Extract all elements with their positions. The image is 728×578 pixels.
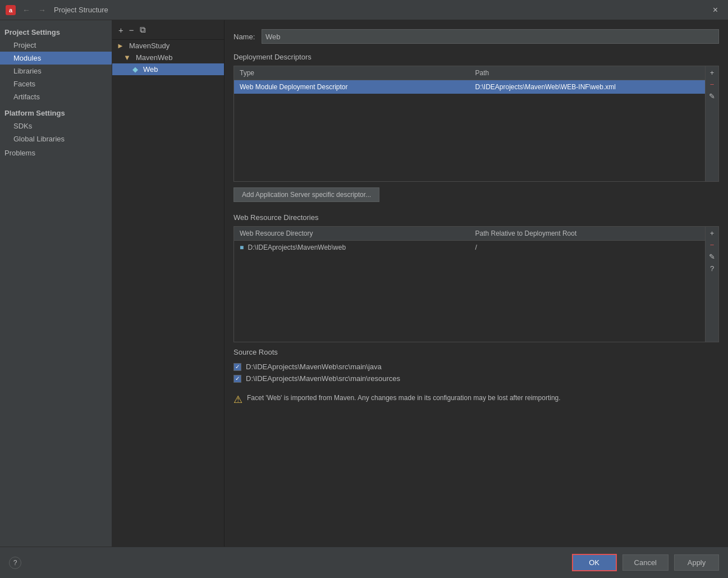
main-content: Project Settings Project Modules Librari… [0, 20, 728, 547]
folder-icon: ▼ [123, 53, 131, 62]
wr-col-path: Path Relative to Deployment Root [470, 227, 706, 240]
name-input[interactable] [262, 29, 719, 44]
ok-button[interactable]: OK [572, 554, 617, 571]
sidebar-item-problems[interactable]: Problems [0, 145, 112, 159]
bottom-bar: ? OK Cancel Apply [0, 547, 728, 578]
tree-item-web[interactable]: ◆ Web [112, 63, 224, 75]
tree-toolbar: + − ⧉ [112, 20, 224, 40]
warning-row: ⚠ Facet 'Web' is imported from Maven. An… [233, 391, 719, 408]
source-roots-section: Source Roots ✓ D:\IDEAprojects\MavenWeb\… [233, 348, 719, 384]
tree-add-button[interactable]: + [117, 24, 125, 36]
tree-remove-button[interactable]: − [127, 24, 136, 36]
tree-panel: + − ⧉ ► MavenStudy ▼ MavenWeb ◆ Web [112, 20, 225, 547]
wr-side-toolbar: + − ✎ ? [705, 227, 718, 342]
add-descriptor-button[interactable]: Add Application Server specific descript… [233, 187, 379, 202]
source-root-path-1: D:\IDEAprojects\MavenWeb\src\main\java [246, 363, 382, 371]
wr-edit-button[interactable]: ✎ [707, 251, 717, 262]
dd-col-path: Path [470, 66, 706, 80]
checkbox-1[interactable]: ✓ [233, 363, 241, 371]
wr-add-button[interactable]: + [708, 228, 716, 238]
sidebar-item-global-libraries[interactable]: Global Libraries [0, 132, 112, 145]
wr-col-dir: Web Resource Directory [234, 227, 470, 240]
content-area: Name: Deployment Descriptors Type Path W… [225, 20, 728, 547]
cancel-button[interactable]: Cancel [622, 554, 669, 571]
sidebar-item-facets[interactable]: Facets [0, 77, 112, 90]
dd-col-type: Type [234, 66, 470, 80]
wr-remove-button[interactable]: − [708, 240, 716, 250]
dd-add-button[interactable]: + [708, 67, 716, 78]
name-label: Name: [233, 33, 256, 41]
wr-row-path: / [470, 241, 706, 254]
tree-item-web-label: Web [143, 65, 158, 74]
sidebar-item-artifacts[interactable]: Artifacts [0, 90, 112, 103]
dd-edit-button[interactable]: ✎ [707, 91, 717, 102]
checkbox-2[interactable]: ✓ [233, 375, 241, 383]
web-resource-table: Web Resource Directory Path Relative to … [233, 226, 719, 342]
forward-arrow[interactable]: → [36, 4, 48, 16]
deployment-descriptors-table: Type Path Web Module Deployment Descript… [233, 66, 719, 182]
titlebar: a ← → Project Structure × [0, 0, 728, 20]
table-row[interactable]: Web Module Deployment Descriptor D:\IDEA… [234, 80, 705, 94]
bottom-help: ? [9, 557, 566, 569]
sidebar-item-sdks[interactable]: SDKs [0, 120, 112, 132]
wr-row-dir: ■ D:\IDEAprojects\MavenWeb\web [234, 241, 470, 254]
source-root-row-2[interactable]: ✓ D:\IDEAprojects\MavenWeb\src\main\reso… [233, 373, 719, 384]
source-root-path-2: D:\IDEAprojects\MavenWeb\src\main\resour… [246, 374, 400, 383]
folder-icon: ■ [240, 244, 244, 251]
web-resource-title: Web Resource Directories [233, 213, 719, 222]
content-inner: Name: Deployment Descriptors Type Path W… [225, 20, 728, 547]
close-button[interactable]: × [708, 3, 722, 17]
wr-table-body: ■ D:\IDEAprojects\MavenWeb\web / [234, 241, 705, 342]
wr-table-header: Web Resource Directory Path Relative to … [234, 227, 705, 241]
sidebar-item-modules[interactable]: Modules [0, 52, 112, 65]
project-settings-header: Project Settings [0, 25, 112, 39]
tree-copy-button[interactable]: ⧉ [138, 24, 148, 36]
tree-item-mavenweb-label: MavenWeb [136, 53, 173, 62]
wr-table-part: Web Resource Directory Path Relative to … [234, 227, 705, 342]
dd-row-path: D:\IDEAprojects\MavenWeb\WEB-INF\web.xml [470, 80, 706, 94]
tree-item-mavenweb[interactable]: ▼ MavenWeb [112, 52, 224, 63]
table-row[interactable]: ■ D:\IDEAprojects\MavenWeb\web / [234, 241, 705, 254]
deployment-descriptors-title: Deployment Descriptors [233, 53, 719, 61]
source-root-row-1[interactable]: ✓ D:\IDEAprojects\MavenWeb\src\main\java [233, 361, 719, 373]
folder-icon: ► [117, 42, 124, 50]
help-button[interactable]: ? [9, 557, 21, 569]
warning-text: Facet 'Web' is imported from Maven. Any … [247, 393, 561, 403]
sidebar-item-project[interactable]: Project [0, 39, 112, 52]
dd-table-part: Type Path Web Module Deployment Descript… [234, 66, 705, 181]
titlebar-nav: ← → [20, 4, 48, 16]
sidebar: Project Settings Project Modules Librari… [0, 20, 112, 547]
dd-table-header: Type Path [234, 66, 705, 80]
name-row: Name: [233, 29, 719, 44]
web-module-icon: ◆ [132, 65, 138, 74]
dd-table-body: Web Module Deployment Descriptor D:\IDEA… [234, 80, 705, 181]
wr-help-button[interactable]: ? [708, 263, 716, 274]
warning-icon: ⚠ [233, 393, 242, 406]
back-arrow[interactable]: ← [20, 4, 33, 16]
window-title: Project Structure [54, 6, 708, 14]
sidebar-item-libraries[interactable]: Libraries [0, 65, 112, 77]
tree-item-mavenstudy[interactable]: ► MavenStudy [112, 40, 224, 52]
apply-button[interactable]: Apply [674, 554, 719, 571]
dd-remove-button[interactable]: − [708, 79, 716, 90]
dd-side-toolbar: + − ✎ [705, 66, 718, 181]
dd-row-type: Web Module Deployment Descriptor [234, 80, 470, 94]
source-roots-title: Source Roots [233, 348, 719, 356]
app-icon: a [6, 5, 16, 15]
tree-item-mavenstudy-label: MavenStudy [129, 42, 170, 50]
platform-settings-header: Platform Settings [0, 103, 112, 120]
